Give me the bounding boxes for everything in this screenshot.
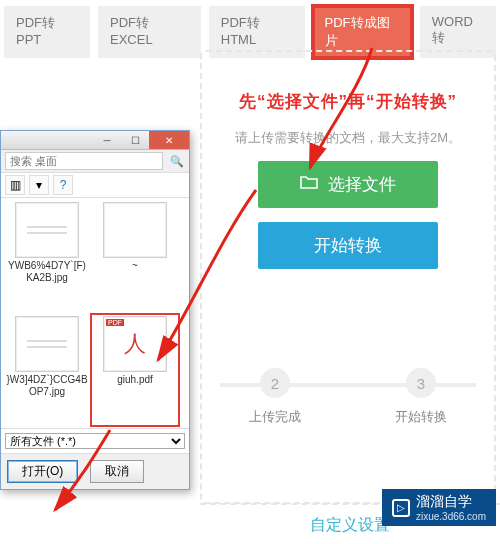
- file-type-filter-row: 所有文件 (*.*): [1, 428, 189, 453]
- file-name: ~: [132, 260, 138, 272]
- view-mode-button[interactable]: ▥: [5, 175, 25, 195]
- cancel-button[interactable]: 取消: [90, 460, 144, 483]
- search-input[interactable]: [5, 152, 163, 170]
- tab-pdf-to-excel[interactable]: PDF转EXCEL: [98, 6, 201, 58]
- tab-pdf-to-ppt[interactable]: PDF转PPT: [4, 6, 90, 58]
- search-icon: 🔍: [169, 153, 185, 169]
- file-thumb-pdf-icon: PDF 人: [103, 316, 167, 372]
- dialog-buttons: 打开(O) 取消: [1, 453, 189, 489]
- start-convert-label: 开始转换: [314, 234, 382, 257]
- step-3-number: 3: [406, 368, 436, 398]
- step-2-number: 2: [260, 368, 290, 398]
- file-name: giuh.pdf: [117, 374, 153, 386]
- step-2: 2 上传完成: [249, 368, 301, 426]
- file-item-selected[interactable]: PDF 人 giuh.pdf: [93, 316, 177, 424]
- file-item[interactable]: }W3]4DZ`}CCG4BOP7.jpg: [5, 316, 89, 424]
- choose-file-button[interactable]: 选择文件: [258, 161, 438, 208]
- instruction-text: 先“选择文件”再“开始转换”: [202, 86, 494, 129]
- maximize-button[interactable]: ☐: [121, 131, 149, 149]
- file-thumb-icon: [15, 202, 79, 258]
- watermark: ▷ 溜溜自学 zixue.3d66.com: [382, 489, 496, 526]
- start-convert-button[interactable]: 开始转换: [258, 222, 438, 269]
- dialog-titlebar: ─ ☐ ✕: [1, 131, 189, 150]
- file-type-filter[interactable]: 所有文件 (*.*): [5, 433, 185, 449]
- file-thumb-icon: [103, 202, 167, 258]
- watermark-brand: 溜溜自学: [416, 493, 472, 509]
- upload-panel: 先“选择文件”再“开始转换” 请上传需要转换的文档，最大支持2M。 选择文件 开…: [200, 50, 496, 504]
- minimize-button[interactable]: ─: [93, 131, 121, 149]
- folder-icon: [300, 174, 318, 195]
- open-button[interactable]: 打开(O): [7, 460, 78, 483]
- choose-file-label: 选择文件: [328, 173, 396, 196]
- file-name: }W3]4DZ`}CCG4BOP7.jpg: [5, 374, 89, 397]
- file-list: YWB6%4D7Y`[F)KA2B.jpg ~ }W3]4DZ`}CCG4BOP…: [1, 198, 189, 428]
- dialog-search-bar: 🔍: [1, 150, 189, 173]
- file-item[interactable]: YWB6%4D7Y`[F)KA2B.jpg: [5, 202, 89, 310]
- view-help-button[interactable]: ?: [53, 175, 73, 195]
- dialog-view-toolbar: ▥ ▾ ?: [1, 173, 189, 198]
- step-2-label: 上传完成: [249, 408, 301, 426]
- step-3-label: 开始转换: [395, 408, 447, 426]
- file-name: YWB6%4D7Y`[F)KA2B.jpg: [5, 260, 89, 283]
- helper-text: 请上传需要转换的文档，最大支持2M。: [202, 129, 494, 161]
- file-thumb-icon: [15, 316, 79, 372]
- close-button[interactable]: ✕: [149, 131, 189, 149]
- view-options-button[interactable]: ▾: [29, 175, 49, 195]
- watermark-url: zixue.3d66.com: [416, 511, 486, 522]
- step-indicator: 2 上传完成 3 开始转换: [202, 368, 494, 426]
- file-open-dialog: ─ ☐ ✕ 🔍 ▥ ▾ ? YWB6%4D7Y`[F)KA2B.jpg ~ }W…: [0, 130, 190, 490]
- file-item[interactable]: ~: [93, 202, 177, 310]
- step-3: 3 开始转换: [395, 368, 447, 426]
- play-icon: ▷: [392, 499, 410, 517]
